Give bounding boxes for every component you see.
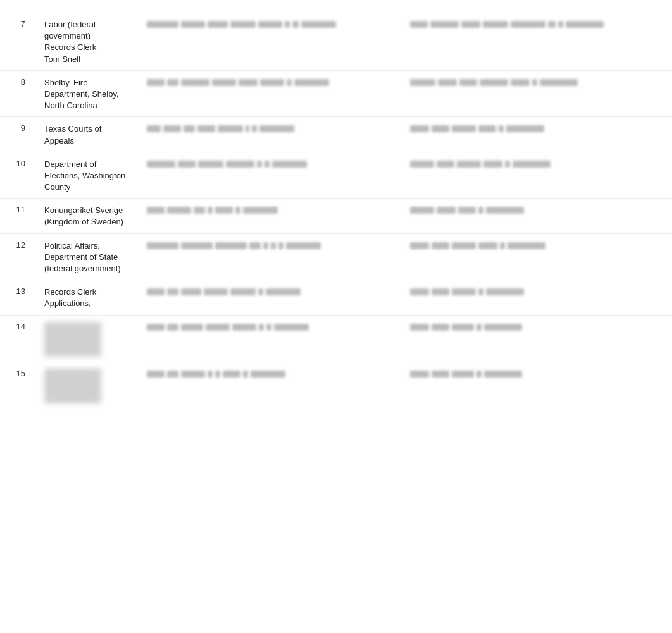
blurred-data-cell — [139, 280, 402, 315]
org-cell: Konungariket Sverige (Kingdom of Sweden) — [38, 199, 139, 233]
blurred-data-cell — [402, 233, 672, 280]
blurred-data-cell — [402, 117, 672, 152]
blurred-data-cell — [139, 315, 402, 362]
table-row: 15 — [0, 362, 672, 409]
table-row: 11Konungariket Sverige (Kingdom of Swede… — [0, 199, 672, 233]
row-number: 9 — [0, 117, 38, 152]
blurred-data-cell — [139, 117, 402, 152]
blurred-data-cell — [139, 70, 402, 117]
row-number: 15 — [0, 362, 38, 409]
table-row: 8Shelby, Fire Department, Shelby, North … — [0, 70, 672, 117]
main-container: 7Labor (federal government)Records Clerk… — [0, 0, 672, 422]
org-cell: Shelby, Fire Department, Shelby, North C… — [38, 70, 139, 117]
org-name: Political Affairs, Department of State (… — [44, 241, 121, 273]
blurred-data-cell — [139, 13, 402, 70]
row-number: 14 — [0, 315, 38, 362]
blurred-data-cell — [402, 315, 672, 362]
org-cell: Department of Elections, Washington Coun… — [38, 152, 139, 199]
org-name: Department of Elections, Washington Coun… — [44, 159, 125, 192]
redacted-block — [44, 322, 101, 357]
row-number: 8 — [0, 70, 38, 117]
org-cell — [38, 362, 139, 409]
row-number: 11 — [0, 199, 38, 233]
blurred-data-cell — [402, 280, 672, 315]
org-cell: Labor (federal government)Records ClerkT… — [38, 13, 139, 70]
org-cell: Records Clerk Applications, — [38, 280, 139, 315]
org-name: Shelby, Fire Department, Shelby, North C… — [44, 78, 119, 110]
table-row: 7Labor (federal government)Records Clerk… — [0, 13, 672, 70]
blurred-data-cell — [139, 152, 402, 199]
org-cell — [38, 315, 139, 362]
blurred-data-cell — [402, 70, 672, 117]
row-number: 7 — [0, 13, 38, 70]
org-name: Konungariket Sverige (Kingdom of Sweden) — [44, 206, 123, 226]
blurred-data-cell — [402, 362, 672, 409]
table-row: 9Texas Courts of Appeals — [0, 117, 672, 152]
job-title: Records Clerk — [44, 42, 96, 52]
blurred-data-cell — [402, 13, 672, 70]
blurred-data-cell — [139, 233, 402, 280]
org-name: Labor (federal government) — [44, 20, 96, 40]
org-name: Records Clerk Applications, — [44, 287, 96, 308]
data-table: 7Labor (federal government)Records Clerk… — [0, 13, 672, 409]
row-number: 12 — [0, 233, 38, 280]
table-row: 13Records Clerk Applications, — [0, 280, 672, 315]
table-row: 12Political Affairs, Department of State… — [0, 233, 672, 280]
redacted-block — [44, 369, 101, 403]
blurred-data-cell — [402, 152, 672, 199]
blurred-data-cell — [139, 199, 402, 233]
row-number: 13 — [0, 280, 38, 315]
table-row: 10Department of Elections, Washington Co… — [0, 152, 672, 199]
blurred-data-cell — [402, 199, 672, 233]
table-row: 14 — [0, 315, 672, 362]
row-number: 10 — [0, 152, 38, 199]
person-name: Tom Snell — [44, 54, 80, 64]
org-cell: Texas Courts of Appeals — [38, 117, 139, 152]
org-name: Texas Courts of Appeals — [44, 124, 101, 145]
blurred-data-cell — [139, 362, 402, 409]
org-cell: Political Affairs, Department of State (… — [38, 233, 139, 280]
